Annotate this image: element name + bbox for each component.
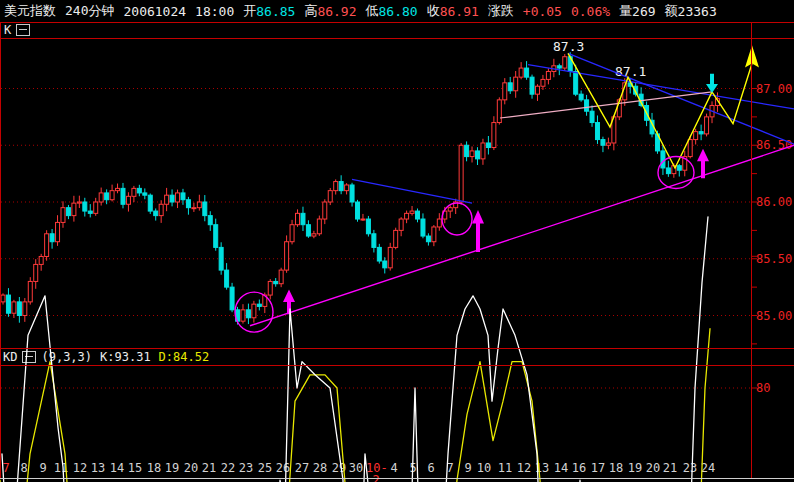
candle-body <box>606 143 610 145</box>
candle-body <box>410 211 414 213</box>
gridlines <box>1 60 757 482</box>
candle-body <box>328 191 332 202</box>
candle-body <box>192 208 196 209</box>
candle-body <box>39 256 43 264</box>
chart-app-window: 美元指数240分钟2006102418:00开86.85高86.92低86.80… <box>0 0 794 482</box>
sell-arrow-icon <box>706 74 718 93</box>
candle-body <box>110 191 114 200</box>
candle-body <box>432 227 436 242</box>
candle-body <box>181 193 185 200</box>
candle-body <box>312 234 316 236</box>
candle-body <box>274 281 278 283</box>
candle-body <box>372 234 376 248</box>
trendline-resistance-upper <box>528 65 794 109</box>
candle-body <box>541 79 545 86</box>
candle-body <box>257 304 261 306</box>
candle-body <box>525 68 529 77</box>
candle-body <box>176 193 180 202</box>
candle-body <box>137 188 141 193</box>
candle-body <box>252 304 256 318</box>
candle-body <box>437 219 441 227</box>
candle-body <box>165 195 169 204</box>
candle-body <box>23 302 27 316</box>
candle-body <box>666 168 670 174</box>
candle-body <box>459 145 463 202</box>
candle-body <box>203 202 207 216</box>
candle-body <box>508 83 512 91</box>
candle-body <box>45 234 49 257</box>
trendline-resistance-lower <box>568 53 794 144</box>
candle-body <box>426 236 430 242</box>
candle-body <box>317 219 321 234</box>
candle-body <box>492 123 496 148</box>
candle-body <box>585 100 589 111</box>
candle-body <box>1 295 5 302</box>
candle-body <box>132 188 136 196</box>
candle-body <box>416 211 420 219</box>
candle-body <box>394 230 398 247</box>
candle-body <box>699 132 703 134</box>
candle-body <box>486 143 490 148</box>
candle-body <box>126 196 130 204</box>
candle-body <box>399 219 403 230</box>
candle-body <box>383 261 387 268</box>
candle-body <box>677 166 681 171</box>
candle-body <box>279 270 283 284</box>
candle-body <box>546 71 550 79</box>
candle-body <box>12 302 16 313</box>
candle-body <box>519 68 523 77</box>
candle-body <box>296 213 300 224</box>
candle-body <box>514 77 518 91</box>
candle-body <box>366 219 370 234</box>
candle-body <box>88 211 92 213</box>
candle-body <box>159 204 163 215</box>
candle-body <box>94 202 98 213</box>
candle-body <box>290 225 294 242</box>
candle-body <box>470 151 474 157</box>
candle-body <box>705 117 709 134</box>
candle-body <box>214 225 218 248</box>
candle-body <box>99 193 103 202</box>
forecast-zigzag-line <box>568 53 752 168</box>
candle-body <box>17 302 21 316</box>
candle-body <box>197 202 201 208</box>
candle-body <box>170 195 174 202</box>
candle-body <box>246 310 250 318</box>
kd-line-K <box>2 217 708 482</box>
candle-body <box>465 145 469 156</box>
candle-body <box>388 247 392 267</box>
candle-body <box>148 195 152 211</box>
candle-body <box>83 202 87 211</box>
candle-body <box>116 188 120 190</box>
chart-canvas[interactable] <box>0 0 794 482</box>
candle-body <box>361 219 365 220</box>
candle-body <box>230 287 234 310</box>
candle-body <box>574 71 578 94</box>
candle-body <box>208 216 212 225</box>
candle-body <box>6 295 10 313</box>
candle-body <box>154 211 158 216</box>
candle-body <box>535 86 539 94</box>
candle-body <box>563 57 567 68</box>
candle-body <box>34 264 38 281</box>
candle-body <box>503 83 507 100</box>
buy-arrow-2-icon <box>472 210 484 252</box>
candle-body <box>590 111 594 122</box>
candle-body <box>334 182 338 191</box>
candle-body <box>405 213 409 219</box>
candle-body <box>595 123 599 140</box>
candle-body <box>225 270 229 287</box>
buy-arrow-1-icon <box>283 289 295 314</box>
trendline-major-support <box>250 145 794 325</box>
candle-body <box>557 66 561 68</box>
candle-body <box>301 213 305 224</box>
candle-body <box>105 193 109 200</box>
candle-body <box>241 310 245 321</box>
candle-body <box>77 202 81 203</box>
candle-body <box>475 151 479 159</box>
candle-body <box>339 182 343 191</box>
candle-body <box>356 202 360 219</box>
candle-body <box>694 132 698 140</box>
candle-body <box>345 185 349 191</box>
candle-body <box>50 234 54 242</box>
